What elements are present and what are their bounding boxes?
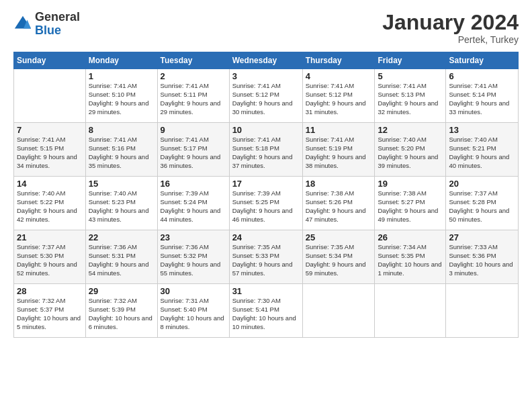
day-detail: Sunrise: 7:36 AMSunset: 5:32 PMDaylight:… (161, 243, 221, 276)
day-number: 9 (161, 125, 226, 135)
day-detail: Sunrise: 7:41 AMSunset: 5:10 PMDaylight:… (89, 82, 149, 115)
day-number: 30 (161, 286, 226, 296)
calendar-cell: 25Sunrise: 7:35 AMSunset: 5:34 PMDayligh… (302, 230, 375, 284)
header-row: Sunday Monday Tuesday Wednesday Thursday… (14, 52, 519, 69)
logo-icon (13, 15, 32, 34)
day-number: 15 (89, 179, 154, 189)
day-number: 16 (161, 179, 226, 189)
col-sunday: Sunday (14, 52, 86, 69)
calendar-cell: 4Sunrise: 7:41 AMSunset: 5:12 PMDaylight… (302, 69, 375, 123)
day-detail: Sunrise: 7:30 AMSunset: 5:41 PMDaylight:… (232, 297, 296, 330)
day-number: 10 (232, 125, 300, 135)
day-number: 6 (449, 71, 515, 81)
week-row-4: 21Sunrise: 7:37 AMSunset: 5:30 PMDayligh… (14, 230, 519, 284)
day-detail: Sunrise: 7:36 AMSunset: 5:31 PMDaylight:… (89, 243, 149, 276)
col-wednesday: Wednesday (229, 52, 302, 69)
week-row-3: 14Sunrise: 7:40 AMSunset: 5:22 PMDayligh… (14, 177, 519, 230)
day-detail: Sunrise: 7:35 AMSunset: 5:33 PMDaylight:… (232, 243, 293, 276)
col-friday: Friday (375, 52, 446, 69)
calendar-cell: 3Sunrise: 7:41 AMSunset: 5:12 PMDaylight… (229, 69, 302, 123)
day-detail: Sunrise: 7:41 AMSunset: 5:17 PMDaylight:… (161, 136, 221, 169)
calendar-cell: 26Sunrise: 7:34 AMSunset: 5:35 PMDayligh… (375, 230, 446, 284)
calendar-cell: 22Sunrise: 7:36 AMSunset: 5:31 PMDayligh… (85, 230, 157, 284)
day-number: 25 (306, 232, 372, 242)
day-number: 3 (232, 71, 300, 81)
day-number: 14 (17, 179, 83, 189)
day-detail: Sunrise: 7:41 AMSunset: 5:13 PMDaylight:… (378, 82, 438, 115)
calendar-cell: 13Sunrise: 7:40 AMSunset: 5:21 PMDayligh… (446, 123, 519, 177)
calendar-cell: 20Sunrise: 7:37 AMSunset: 5:28 PMDayligh… (446, 177, 519, 230)
calendar-cell: 7Sunrise: 7:41 AMSunset: 5:15 PMDaylight… (14, 123, 86, 177)
day-detail: Sunrise: 7:40 AMSunset: 5:20 PMDaylight:… (378, 136, 438, 169)
calendar-table: Sunday Monday Tuesday Wednesday Thursday… (13, 52, 519, 338)
logo-general: General (35, 11, 80, 24)
day-detail: Sunrise: 7:41 AMSunset: 5:18 PMDaylight:… (232, 136, 293, 169)
day-detail: Sunrise: 7:41 AMSunset: 5:11 PMDaylight:… (161, 82, 221, 115)
day-number: 4 (306, 71, 372, 81)
calendar-cell: 9Sunrise: 7:41 AMSunset: 5:17 PMDaylight… (157, 123, 229, 177)
calendar-cell: 19Sunrise: 7:38 AMSunset: 5:27 PMDayligh… (375, 177, 446, 230)
day-number: 22 (89, 232, 154, 242)
day-detail: Sunrise: 7:31 AMSunset: 5:40 PMDaylight:… (161, 297, 224, 330)
calendar-cell: 14Sunrise: 7:40 AMSunset: 5:22 PMDayligh… (14, 177, 86, 230)
day-number: 28 (17, 286, 83, 296)
day-detail: Sunrise: 7:41 AMSunset: 5:15 PMDaylight:… (17, 136, 77, 169)
calendar-cell: 28Sunrise: 7:32 AMSunset: 5:37 PMDayligh… (14, 284, 86, 338)
calendar-cell: 15Sunrise: 7:40 AMSunset: 5:23 PMDayligh… (85, 177, 157, 230)
page: General Blue January 2024 Pertek, Turkey… (0, 0, 532, 411)
col-thursday: Thursday (302, 52, 375, 69)
day-number: 18 (306, 179, 372, 189)
day-detail: Sunrise: 7:39 AMSunset: 5:25 PMDaylight:… (232, 189, 293, 222)
day-number: 2 (161, 71, 226, 81)
calendar-cell: 6Sunrise: 7:41 AMSunset: 5:14 PMDaylight… (446, 69, 519, 123)
day-detail: Sunrise: 7:40 AMSunset: 5:22 PMDaylight:… (17, 189, 77, 222)
day-number: 31 (232, 286, 300, 296)
calendar-cell: 30Sunrise: 7:31 AMSunset: 5:40 PMDayligh… (157, 284, 229, 338)
day-detail: Sunrise: 7:41 AMSunset: 5:19 PMDaylight:… (306, 136, 366, 169)
week-row-2: 7Sunrise: 7:41 AMSunset: 5:15 PMDaylight… (14, 123, 519, 177)
week-row-5: 28Sunrise: 7:32 AMSunset: 5:37 PMDayligh… (14, 284, 519, 338)
day-number: 24 (232, 232, 300, 242)
day-number: 11 (306, 125, 372, 135)
col-monday: Monday (85, 52, 157, 69)
day-detail: Sunrise: 7:41 AMSunset: 5:16 PMDaylight:… (89, 136, 149, 169)
calendar-cell: 21Sunrise: 7:37 AMSunset: 5:30 PMDayligh… (14, 230, 86, 284)
calendar-cell: 16Sunrise: 7:39 AMSunset: 5:24 PMDayligh… (157, 177, 229, 230)
week-row-1: 1Sunrise: 7:41 AMSunset: 5:10 PMDaylight… (14, 69, 519, 123)
calendar-cell (446, 284, 519, 338)
day-detail: Sunrise: 7:32 AMSunset: 5:39 PMDaylight:… (89, 297, 152, 330)
day-detail: Sunrise: 7:33 AMSunset: 5:36 PMDaylight:… (449, 243, 513, 276)
calendar-cell: 31Sunrise: 7:30 AMSunset: 5:41 PMDayligh… (229, 284, 302, 338)
calendar-cell: 2Sunrise: 7:41 AMSunset: 5:11 PMDaylight… (157, 69, 229, 123)
calendar-cell (302, 284, 375, 338)
day-number: 5 (378, 71, 443, 81)
logo: General Blue (13, 11, 80, 38)
day-detail: Sunrise: 7:40 AMSunset: 5:21 PMDaylight:… (449, 136, 509, 169)
day-detail: Sunrise: 7:38 AMSunset: 5:26 PMDaylight:… (306, 189, 366, 222)
calendar-cell: 27Sunrise: 7:33 AMSunset: 5:36 PMDayligh… (446, 230, 519, 284)
day-detail: Sunrise: 7:40 AMSunset: 5:23 PMDaylight:… (89, 189, 149, 222)
calendar-cell: 10Sunrise: 7:41 AMSunset: 5:18 PMDayligh… (229, 123, 302, 177)
day-number: 17 (232, 179, 300, 189)
title-block: January 2024 Pertek, Turkey (382, 11, 519, 45)
day-detail: Sunrise: 7:37 AMSunset: 5:30 PMDaylight:… (17, 243, 77, 276)
day-number: 12 (378, 125, 443, 135)
logo-blue: Blue (35, 24, 80, 38)
day-number: 21 (17, 232, 83, 242)
day-detail: Sunrise: 7:41 AMSunset: 5:14 PMDaylight:… (449, 82, 509, 115)
calendar-cell: 18Sunrise: 7:38 AMSunset: 5:26 PMDayligh… (302, 177, 375, 230)
location: Pertek, Turkey (382, 34, 519, 45)
day-detail: Sunrise: 7:39 AMSunset: 5:24 PMDaylight:… (161, 189, 221, 222)
day-number: 7 (17, 125, 83, 135)
header: General Blue January 2024 Pertek, Turkey (13, 11, 519, 45)
calendar-cell: 24Sunrise: 7:35 AMSunset: 5:33 PMDayligh… (229, 230, 302, 284)
day-number: 1 (89, 71, 154, 81)
calendar-cell: 12Sunrise: 7:40 AMSunset: 5:20 PMDayligh… (375, 123, 446, 177)
calendar-cell (375, 284, 446, 338)
calendar-cell: 29Sunrise: 7:32 AMSunset: 5:39 PMDayligh… (85, 284, 157, 338)
day-detail: Sunrise: 7:34 AMSunset: 5:35 PMDaylight:… (378, 243, 441, 276)
day-detail: Sunrise: 7:38 AMSunset: 5:27 PMDaylight:… (378, 189, 438, 222)
day-detail: Sunrise: 7:37 AMSunset: 5:28 PMDaylight:… (449, 189, 509, 222)
calendar-cell: 11Sunrise: 7:41 AMSunset: 5:19 PMDayligh… (302, 123, 375, 177)
calendar-cell: 23Sunrise: 7:36 AMSunset: 5:32 PMDayligh… (157, 230, 229, 284)
